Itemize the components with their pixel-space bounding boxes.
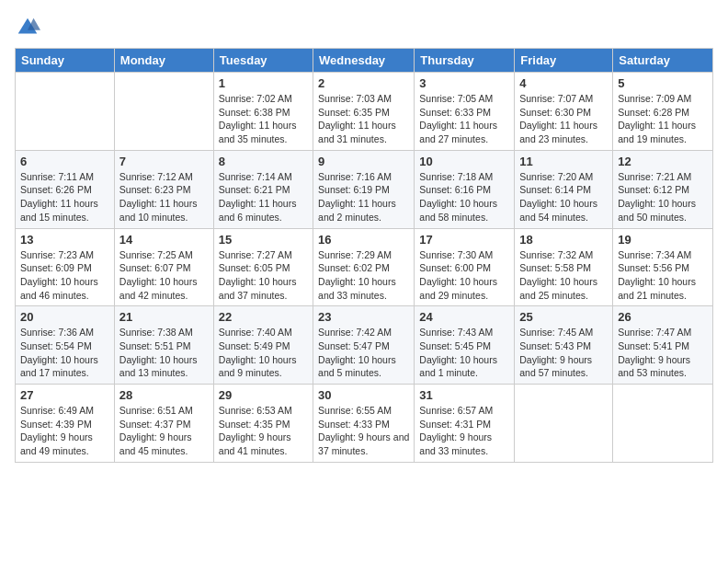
- daylight-label: Daylight: 10 hours and 5 minutes.: [318, 354, 396, 379]
- calendar-cell: 3 Sunrise: 7:05 AM Sunset: 6:33 PM Dayli…: [415, 73, 515, 151]
- day-info: Sunrise: 7:30 AM Sunset: 6:00 PM Dayligh…: [419, 248, 509, 303]
- day-info: Sunrise: 7:02 AM Sunset: 6:38 PM Dayligh…: [219, 92, 308, 146]
- sunset-label: Sunset: 5:54 PM: [20, 340, 92, 351]
- day-number: 18: [519, 233, 608, 247]
- day-number: 19: [618, 233, 708, 247]
- calendar-table: SundayMondayTuesdayWednesdayThursdayFrid…: [15, 48, 713, 463]
- daylight-label: Daylight: 10 hours and 21 minutes.: [618, 276, 696, 301]
- day-number: 3: [419, 76, 509, 90]
- day-info: Sunrise: 7:03 AM Sunset: 6:35 PM Dayligh…: [318, 92, 409, 146]
- day-info: Sunrise: 7:45 AM Sunset: 5:43 PM Dayligh…: [519, 326, 608, 380]
- calendar-cell: 9 Sunrise: 7:16 AM Sunset: 6:19 PM Dayli…: [313, 150, 415, 228]
- day-info: Sunrise: 7:38 AM Sunset: 5:51 PM Dayligh…: [119, 326, 209, 380]
- day-number: 10: [419, 155, 509, 168]
- day-number: 12: [618, 155, 708, 168]
- daylight-label: Daylight: 11 hours and 31 minutes.: [318, 120, 396, 144]
- day-number: 16: [318, 233, 409, 247]
- daylight-label: Daylight: 10 hours and 1 minute.: [419, 354, 497, 379]
- calendar-cell: 19 Sunrise: 7:34 AM Sunset: 5:56 PM Dayl…: [613, 228, 713, 306]
- sunset-label: Sunset: 6:19 PM: [318, 184, 390, 195]
- sunrise-label: Sunrise: 7:38 AM: [119, 327, 193, 338]
- daylight-label: Daylight: 11 hours and 6 minutes.: [219, 198, 297, 223]
- sunrise-label: Sunrise: 7:29 AM: [318, 249, 392, 260]
- day-info: Sunrise: 7:07 AM Sunset: 6:30 PM Dayligh…: [519, 92, 608, 146]
- logo-icon: [15, 15, 40, 40]
- day-number: 22: [219, 310, 308, 324]
- day-number: 9: [318, 155, 409, 168]
- sunrise-label: Sunrise: 7:47 AM: [618, 327, 691, 338]
- sunrise-label: Sunrise: 7:11 AM: [20, 171, 94, 182]
- sunrise-label: Sunrise: 7:14 AM: [219, 171, 292, 182]
- sunrise-label: Sunrise: 7:27 AM: [219, 249, 292, 260]
- sunrise-label: Sunrise: 7:42 AM: [318, 327, 392, 338]
- day-info: Sunrise: 7:32 AM Sunset: 5:58 PM Dayligh…: [519, 248, 608, 303]
- sunset-label: Sunset: 6:21 PM: [219, 184, 290, 195]
- calendar-cell: 12 Sunrise: 7:21 AM Sunset: 6:12 PM Dayl…: [613, 150, 713, 228]
- day-header-saturday: Saturday: [613, 49, 713, 73]
- sunset-label: Sunset: 6:23 PM: [119, 184, 191, 195]
- sunrise-label: Sunrise: 6:51 AM: [119, 405, 193, 416]
- calendar-week-row: 13 Sunrise: 7:23 AM Sunset: 6:09 PM Dayl…: [16, 228, 713, 306]
- sunset-label: Sunset: 6:16 PM: [419, 184, 491, 195]
- sunrise-label: Sunrise: 7:25 AM: [119, 249, 193, 260]
- day-header-sunday: Sunday: [16, 49, 115, 73]
- day-info: Sunrise: 6:49 AM Sunset: 4:39 PM Dayligh…: [20, 404, 109, 458]
- day-info: Sunrise: 7:29 AM Sunset: 6:02 PM Dayligh…: [318, 248, 409, 303]
- sunrise-label: Sunrise: 7:30 AM: [419, 249, 493, 260]
- calendar-cell: 29 Sunrise: 6:53 AM Sunset: 4:35 PM Dayl…: [213, 385, 313, 463]
- calendar-cell: 21 Sunrise: 7:38 AM Sunset: 5:51 PM Dayl…: [114, 306, 213, 385]
- calendar-week-row: 1 Sunrise: 7:02 AM Sunset: 6:38 PM Dayli…: [16, 73, 713, 151]
- day-info: Sunrise: 7:43 AM Sunset: 5:45 PM Dayligh…: [419, 326, 509, 380]
- daylight-label: Daylight: 9 hours and 57 minutes.: [519, 354, 592, 379]
- day-number: 30: [318, 388, 409, 402]
- calendar-cell: 17 Sunrise: 7:30 AM Sunset: 6:00 PM Dayl…: [415, 228, 515, 306]
- sunrise-label: Sunrise: 7:12 AM: [119, 171, 193, 182]
- calendar-cell: [114, 73, 213, 151]
- day-info: Sunrise: 7:12 AM Sunset: 6:23 PM Dayligh…: [119, 170, 209, 224]
- sunset-label: Sunset: 6:05 PM: [219, 262, 290, 273]
- sunset-label: Sunset: 5:41 PM: [618, 340, 689, 351]
- calendar-cell: 22 Sunrise: 7:40 AM Sunset: 5:49 PM Dayl…: [213, 306, 313, 385]
- day-number: 1: [219, 76, 308, 90]
- day-info: Sunrise: 7:42 AM Sunset: 5:47 PM Dayligh…: [318, 326, 409, 380]
- daylight-label: Daylight: 11 hours and 35 minutes.: [219, 120, 297, 144]
- calendar-cell: 8 Sunrise: 7:14 AM Sunset: 6:21 PM Dayli…: [213, 150, 313, 228]
- daylight-label: Daylight: 9 hours and 37 minutes.: [318, 431, 409, 456]
- calendar-cell: 30 Sunrise: 6:55 AM Sunset: 4:33 PM Dayl…: [313, 385, 415, 463]
- day-info: Sunrise: 7:21 AM Sunset: 6:12 PM Dayligh…: [618, 170, 708, 224]
- sunset-label: Sunset: 5:45 PM: [419, 340, 491, 351]
- calendar-cell: 23 Sunrise: 7:42 AM Sunset: 5:47 PM Dayl…: [313, 306, 415, 385]
- sunrise-label: Sunrise: 7:05 AM: [419, 93, 493, 104]
- daylight-label: Daylight: 10 hours and 33 minutes.: [318, 276, 396, 301]
- sunset-label: Sunset: 4:33 PM: [318, 419, 390, 430]
- sunrise-label: Sunrise: 7:40 AM: [219, 327, 292, 338]
- sunrise-label: Sunrise: 7:09 AM: [618, 93, 691, 104]
- sunset-label: Sunset: 6:30 PM: [519, 107, 591, 118]
- sunrise-label: Sunrise: 7:36 AM: [20, 327, 94, 338]
- sunrise-label: Sunrise: 7:43 AM: [419, 327, 493, 338]
- day-info: Sunrise: 7:47 AM Sunset: 5:41 PM Dayligh…: [618, 326, 708, 380]
- day-info: Sunrise: 7:34 AM Sunset: 5:56 PM Dayligh…: [618, 248, 708, 303]
- day-header-thursday: Thursday: [415, 49, 515, 73]
- sunset-label: Sunset: 6:00 PM: [419, 262, 491, 273]
- sunrise-label: Sunrise: 7:03 AM: [318, 93, 392, 104]
- calendar-cell: 18 Sunrise: 7:32 AM Sunset: 5:58 PM Dayl…: [515, 228, 613, 306]
- sunset-label: Sunset: 5:58 PM: [519, 262, 591, 273]
- sunrise-label: Sunrise: 6:53 AM: [219, 405, 292, 416]
- sunset-label: Sunset: 6:38 PM: [219, 107, 290, 118]
- sunrise-label: Sunrise: 7:20 AM: [519, 171, 593, 182]
- day-number: 24: [419, 310, 509, 324]
- day-number: 11: [519, 155, 608, 168]
- calendar-cell: 6 Sunrise: 7:11 AM Sunset: 6:26 PM Dayli…: [16, 150, 115, 228]
- sunset-label: Sunset: 5:56 PM: [618, 262, 689, 273]
- day-number: 13: [20, 233, 109, 247]
- day-info: Sunrise: 6:51 AM Sunset: 4:37 PM Dayligh…: [119, 404, 209, 458]
- calendar-cell: 20 Sunrise: 7:36 AM Sunset: 5:54 PM Dayl…: [16, 306, 115, 385]
- calendar-cell: [515, 385, 613, 463]
- sunset-label: Sunset: 4:31 PM: [419, 419, 491, 430]
- sunset-label: Sunset: 6:12 PM: [618, 184, 689, 195]
- daylight-label: Daylight: 10 hours and 50 minutes.: [618, 198, 696, 223]
- page-header: [15, 15, 713, 40]
- sunrise-label: Sunrise: 6:49 AM: [20, 405, 94, 416]
- day-number: 2: [318, 76, 409, 90]
